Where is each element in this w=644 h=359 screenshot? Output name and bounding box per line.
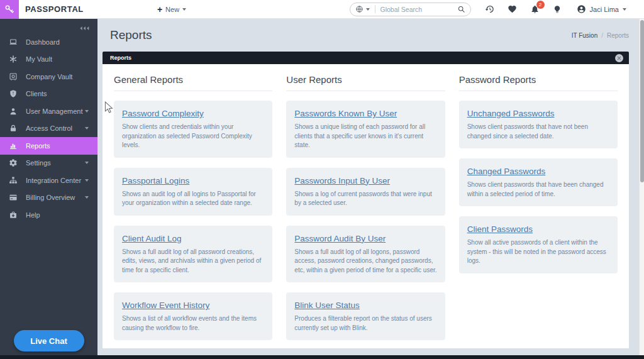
report-link-password-complexity[interactable]: Password Complexity — [122, 109, 204, 118]
new-button[interactable]: + New — [157, 4, 186, 14]
report-link-changed-passwords[interactable]: Changed Passwords — [467, 167, 546, 176]
gear-icon — [9, 158, 18, 167]
report-card: Password Complexity Show clients and cre… — [114, 101, 272, 158]
sidebar-item-label: Integration Center — [26, 177, 85, 184]
key-icon — [4, 4, 15, 15]
panel-toggle-icon[interactable] — [615, 54, 623, 62]
report-link-passwords-known-by-user[interactable]: Passwords Known By User — [294, 109, 397, 118]
search-input[interactable] — [375, 3, 456, 16]
sidebar-item-label: Help — [26, 211, 91, 219]
chevron-down-icon — [85, 196, 89, 199]
report-description: Shows a log of current passwords that we… — [294, 190, 436, 208]
notifications-bell-icon[interactable]: 2 — [530, 4, 540, 14]
sidebar-item-dashboard[interactable]: Dashboard — [0, 33, 97, 51]
report-card: Passwords Input By User Shows a log of c… — [286, 168, 445, 216]
lock-icon — [9, 124, 18, 133]
report-description: Show all active passwords of a client wi… — [467, 238, 609, 266]
sidebar-item-label: Clients — [26, 90, 91, 97]
sidebar-item-help[interactable]: Help — [0, 206, 97, 224]
vault-icon — [9, 72, 18, 81]
report-description: Shows client passwords that have not bee… — [467, 123, 609, 141]
vertical-scrollbar[interactable] — [639, 19, 644, 359]
sidebar-item-label: Reports — [26, 142, 91, 150]
sidebar-item-label: Billing Overview — [26, 194, 85, 201]
report-card: Client Audit Log Shows a full audit log … — [114, 226, 272, 283]
report-link-client-passwords[interactable]: Client Passwords — [467, 224, 533, 234]
user-icon — [9, 107, 18, 116]
chevron-down-icon — [85, 110, 89, 113]
chevron-down-icon — [85, 162, 89, 164]
report-card: Client Passwords Show all active passwor… — [459, 216, 618, 273]
shield-icon — [9, 89, 18, 98]
sidebar-item-access-control[interactable]: Access Control — [0, 120, 97, 138]
plus-icon: + — [157, 4, 162, 14]
bottom-edge-bar — [0, 355, 644, 359]
sidebar-item-settings[interactable]: Settings — [0, 155, 97, 172]
sidebar-item-clients[interactable]: Clients — [0, 86, 97, 103]
column-header: Password Reports — [459, 74, 618, 91]
column-header: User Reports — [286, 74, 445, 91]
chevron-down-icon — [85, 127, 89, 130]
sidebar: Dashboard My Vault Company Vault Clients… — [0, 19, 97, 359]
panel-title: Reports — [110, 55, 131, 61]
report-card: Passwords Known By User Shows a unique l… — [286, 101, 445, 158]
notification-badge: 2 — [536, 1, 545, 9]
report-columns: General Reports Password Complexity Show… — [114, 74, 618, 348]
report-link-workflow-event-history[interactable]: Workflow Event History — [122, 301, 209, 310]
sidebar-item-billing-overview[interactable]: Billing Overview — [0, 189, 97, 207]
search-scope-dropdown[interactable] — [350, 5, 375, 13]
report-description: Shows an audit log of all logins to Pass… — [122, 190, 264, 208]
report-link-passportal-logins[interactable]: Passportal Logins — [122, 176, 189, 185]
report-description: Show clients and credentials within your… — [122, 123, 264, 150]
report-link-client-audit-log[interactable]: Client Audit Log — [122, 234, 182, 243]
report-card: Workflow Event History Shows a list of a… — [114, 292, 272, 340]
report-column-user-reports: User Reports Passwords Known By User Sho… — [286, 74, 445, 348]
report-card: Passportal Logins Shows an audit log of … — [114, 168, 272, 216]
sidebar-item-label: My Vault — [26, 55, 91, 63]
report-link-password-audit-by-user[interactable]: Password Audit By User — [294, 234, 386, 243]
medkit-icon — [9, 211, 18, 219]
sidebar-item-label: Access Control — [26, 124, 85, 132]
top-bar: PASSPORTAL + New 2 Jaci Li — [0, 0, 644, 19]
report-card: Unchanged Passwords Shows client passwor… — [459, 101, 618, 148]
search-icon[interactable] — [456, 5, 470, 13]
sidebar-item-reports[interactable]: Reports — [0, 137, 97, 155]
report-description: Shows a unique listing of each password … — [294, 123, 436, 150]
app-logo[interactable] — [0, 0, 19, 19]
sidebar-item-label: Company Vault — [26, 73, 91, 80]
sitemap-icon — [9, 176, 18, 185]
breadcrumb-client[interactable]: IT Fusion — [572, 32, 598, 39]
chevron-down-icon — [182, 8, 186, 11]
sidebar-item-company-vault[interactable]: Company Vault — [0, 68, 97, 86]
report-link-unchanged-passwords[interactable]: Unchanged Passwords — [467, 109, 555, 118]
sidebar-item-user-management[interactable]: User Management — [0, 102, 97, 120]
report-description: Produces a filterable report on the stat… — [294, 314, 436, 333]
report-card: Changed Passwords Shows client passwords… — [459, 158, 618, 206]
sidebar-item-label: Dashboard — [26, 38, 91, 46]
lightbulb-icon[interactable] — [553, 5, 562, 14]
history-icon[interactable] — [485, 4, 494, 14]
sidebar-menu: Dashboard My Vault Company Vault Clients… — [0, 19, 97, 224]
global-search — [350, 3, 471, 16]
report-column-password-reports: Password Reports Unchanged Passwords Sho… — [459, 74, 618, 284]
sidebar-item-label: Settings — [26, 159, 85, 167]
live-chat-button[interactable]: Live Chat — [14, 330, 84, 351]
user-menu[interactable]: Jaci Lima — [577, 4, 626, 14]
favorites-heart-icon[interactable] — [508, 4, 517, 14]
sidebar-item-my-vault[interactable]: My Vault — [0, 51, 97, 69]
sidebar-item-integration-center[interactable]: Integration Center — [0, 172, 97, 189]
user-name: Jaci Lima — [590, 6, 619, 13]
main-content: Reports IT Fusion / Reports Reports Gene… — [97, 19, 644, 359]
user-circle-icon — [577, 4, 586, 14]
report-link-passwords-input-by-user[interactable]: Passwords Input By User — [294, 176, 390, 185]
breadcrumb-current[interactable]: Reports — [607, 32, 629, 39]
chevron-down-icon — [623, 8, 626, 11]
report-link-blink-user-status[interactable]: Blink User Status — [294, 301, 360, 310]
credit-card-icon — [9, 193, 18, 202]
collapse-sidebar-icon[interactable] — [79, 22, 92, 33]
chevron-down-icon — [366, 8, 370, 11]
chart-icon — [9, 141, 18, 150]
sidebar-item-label: User Management — [26, 108, 85, 115]
report-card: Password Audit By User Shows a full audi… — [286, 226, 445, 283]
scrollbar-thumb[interactable] — [640, 20, 644, 182]
